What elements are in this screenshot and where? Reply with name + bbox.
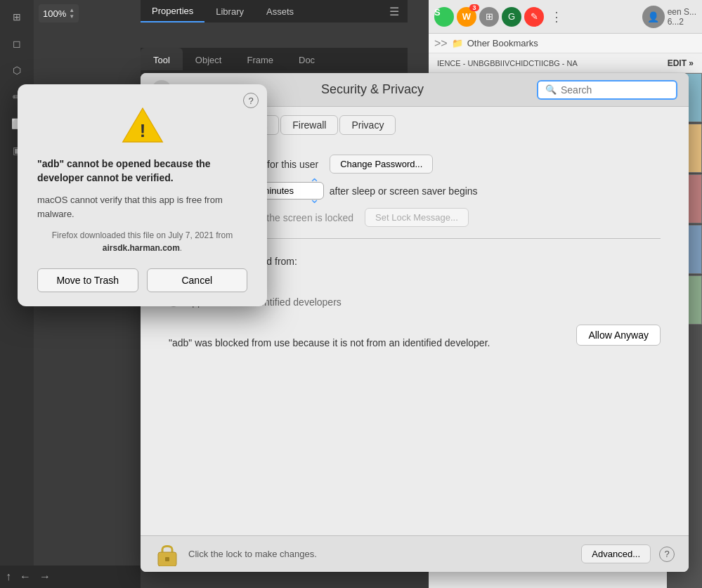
browser-icon-s[interactable]: S — [434, 7, 454, 27]
username-text: een S...6...2 — [668, 7, 696, 27]
badge-count: 3 — [469, 4, 479, 11]
lock-text: Click the lock to make changes. — [188, 549, 573, 559]
subtab-object[interactable]: Object — [183, 48, 235, 72]
zoom-value: 100% — [43, 8, 66, 19]
url-text: IENCE - UNBGBBIIVCHIDCTIICBG - NA — [437, 59, 578, 67]
edit-button[interactable]: EDIT » — [668, 58, 694, 68]
advanced-button[interactable]: Advanced... — [581, 544, 651, 563]
search-input[interactable] — [561, 84, 669, 96]
tab-assets[interactable]: Assets — [255, 0, 305, 22]
search-icon: 🔍 — [545, 84, 557, 95]
sidebar-icon-3[interactable]: ⬡ — [6, 59, 28, 81]
browser-icon-w[interactable]: W 3 — [457, 7, 476, 27]
bottom-toolbar: ↑ ← → — [0, 566, 141, 588]
warning-icon: ! — [122, 104, 164, 146]
svg-text:!: ! — [139, 121, 145, 141]
url-bar: IENCE - UNBGBBIIVCHIDCTIICBG - NA EDIT » — [429, 53, 702, 73]
search-box[interactable]: 🔍 — [537, 80, 677, 100]
tab-library[interactable]: Library — [204, 0, 255, 22]
allow-anyway-button[interactable]: Allow Anyway — [576, 325, 661, 346]
tab-firewall[interactable]: Firewall — [280, 115, 338, 135]
change-password-button[interactable]: Change Password... — [330, 155, 433, 174]
user-avatar: 👤 — [642, 6, 665, 28]
browser-toolbar-icons: S W 3 ⊞ G ✎ ⋮ — [434, 7, 566, 27]
move-to-trash-button[interactable]: Move to Trash — [37, 268, 138, 292]
sidebar-icon-2[interactable]: ◻ — [6, 32, 28, 55]
dialog-source-domain: airsdk.harman.com — [103, 243, 180, 253]
zoom-control[interactable]: 100% ▲ ▼ — [39, 4, 79, 22]
sub-tabs: Tool Object Frame Doc — [141, 48, 408, 73]
tab-properties[interactable]: Properties — [141, 0, 204, 22]
dialog-title: "adb" cannot be opened because the devel… — [37, 157, 247, 185]
set-lock-message-button[interactable]: Set Lock Message... — [365, 208, 469, 227]
zoom-arrows[interactable]: ▲ ▼ — [69, 8, 74, 20]
blocked-section: "adb" was blocked from use because it is… — [169, 325, 661, 356]
svg-rect-2 — [165, 557, 169, 561]
chevron-icon[interactable]: >> — [434, 37, 448, 50]
subtab-doc[interactable]: Doc — [286, 48, 327, 72]
dialog-help-button[interactable]: ? — [243, 93, 259, 108]
subtab-frame[interactable]: Frame — [234, 48, 286, 72]
help-icon[interactable]: ? — [659, 547, 675, 562]
prop-tabs: Properties Library Assets ☰ — [141, 0, 408, 22]
dialog-body: macOS cannot verify that this app is fre… — [37, 193, 247, 221]
alert-dialog: ? ! "adb" cannot be opened because the d… — [18, 84, 267, 306]
tab-menu-icon[interactable]: ☰ — [381, 5, 408, 18]
zoom-up-arrow[interactable]: ▲ — [69, 8, 74, 13]
bottom-icon-up[interactable]: ↑ — [6, 570, 11, 583]
bottom-icon-left[interactable]: ← — [20, 570, 31, 583]
dialog-source-period: . — [180, 243, 182, 253]
other-bookmarks-label[interactable]: Other Bookmarks — [467, 38, 538, 48]
blocked-text: "adb" was blocked from use because it is… — [169, 336, 490, 351]
other-bookmarks-bar: >> 📁 Other Bookmarks — [429, 34, 702, 53]
dialog-source-text: Firefox downloaded this file on July 7, … — [52, 230, 233, 240]
browser-icon-menu[interactable]: ⋮ — [547, 7, 566, 27]
dialog-buttons: Move to Trash Cancel — [37, 268, 247, 292]
cancel-button[interactable]: Cancel — [147, 268, 248, 292]
browser-topbar: S W 3 ⊞ G ✎ ⋮ 👤 een S...6...2 — [429, 0, 702, 34]
avatar-area: 👤 een S...6...2 — [642, 6, 696, 28]
browser-icon-pen[interactable]: ✎ — [524, 7, 544, 27]
browser-icon-grid[interactable]: ⊞ — [479, 7, 499, 27]
folder-icon: 📁 — [452, 38, 463, 48]
lock-icon — [157, 542, 178, 566]
subtab-tool[interactable]: Tool — [141, 48, 183, 72]
browser-icon-g[interactable]: G — [502, 7, 521, 27]
lock-icon-container[interactable] — [155, 542, 180, 567]
bottom-icon-right[interactable]: → — [39, 570, 51, 583]
lock-bar: Click the lock to make changes. Advanced… — [141, 535, 689, 572]
sidebar-icon-1[interactable]: ⊞ — [6, 6, 28, 28]
tab-privacy[interactable]: Privacy — [339, 115, 396, 135]
zoom-down-arrow[interactable]: ▼ — [69, 14, 74, 20]
require-password-suffix: after sleep or screen saver begins — [330, 185, 478, 197]
dialog-source: Firefox downloaded this file on July 7, … — [37, 229, 247, 254]
warning-triangle-svg: ! — [122, 103, 164, 148]
